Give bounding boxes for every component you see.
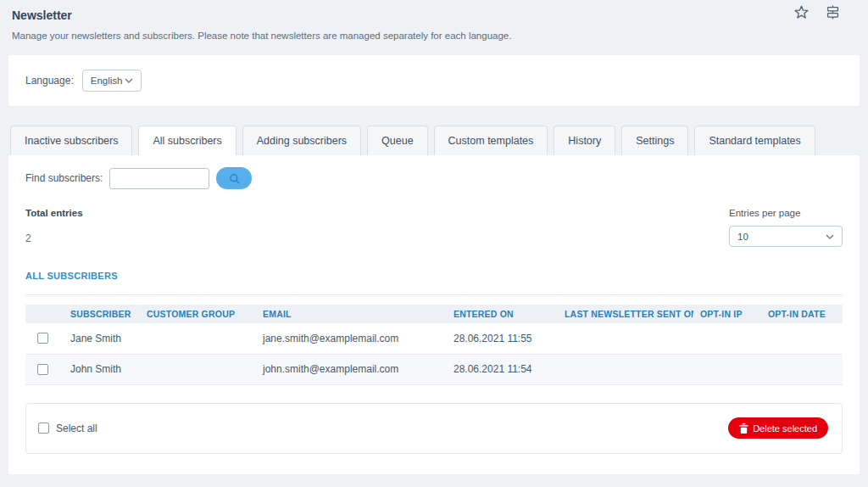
cell-email: john.smith@examplemail.com <box>256 354 447 384</box>
trash-icon <box>739 423 748 434</box>
column-header-last-newsletter-sent-on: LAST NEWSLETTER SENT ON <box>558 305 693 323</box>
column-header-entered-on: ENTERED ON <box>447 305 558 323</box>
cell-last-newsletter-sent-on <box>558 323 693 354</box>
tab-history[interactable]: History <box>554 126 615 155</box>
cell-last-newsletter-sent-on <box>558 354 693 384</box>
find-subscribers-row: Find subscribers: <box>25 167 843 189</box>
cell-subscriber: John Smith <box>64 354 140 384</box>
column-header-opt-in-ip: OPT-IN IP <box>693 305 761 323</box>
total-entries-value: 2 <box>25 232 83 244</box>
find-subscribers-label: Find subscribers: <box>25 172 103 184</box>
all-subscribers-panel: Find subscribers: Total entries 2 Entrie… <box>8 155 860 474</box>
column-header-customer-group: CUSTOMER GROUP <box>140 305 256 323</box>
column-header-email: EMAIL <box>256 305 447 323</box>
subscribers-table: SUBSCRIBER CUSTOMER GROUP EMAIL ENTERED … <box>25 305 843 385</box>
entries-per-page-label: Entries per page <box>729 208 843 218</box>
search-icon <box>228 172 241 185</box>
star-icon[interactable] <box>793 4 810 20</box>
search-button[interactable] <box>216 167 252 189</box>
cell-email: jane.smith@examplemail.com <box>256 323 447 354</box>
entries-per-page: Entries per page 10 <box>729 208 843 247</box>
tab-settings[interactable]: Settings <box>621 126 688 155</box>
select-all-checkbox[interactable] <box>38 423 49 434</box>
total-entries: Total entries 2 <box>25 208 83 244</box>
cell-customer-group <box>140 354 256 384</box>
tab-bar: Inactive subscribers All subscribers Add… <box>8 126 860 155</box>
entries-row: Total entries 2 Entries per page 10 <box>25 208 843 247</box>
table-row: Jane Smith jane.smith@examplemail.com 28… <box>25 323 843 354</box>
tab-all-subscribers[interactable]: All subscribers <box>138 126 236 155</box>
table-header-row: SUBSCRIBER CUSTOMER GROUP EMAIL ENTERED … <box>25 305 843 323</box>
tab-adding-subscribers[interactable]: Adding subscribers <box>242 126 361 155</box>
entries-per-page-value: 10 <box>737 232 748 242</box>
cell-opt-in-ip <box>693 354 761 384</box>
chevron-down-icon <box>826 234 834 239</box>
tab-standard-templates[interactable]: Standard templates <box>694 126 815 155</box>
cell-entered-on: 28.06.2021 11:55 <box>447 323 558 354</box>
bulk-action-box: Select all Delete selected <box>25 403 843 454</box>
row-checkbox[interactable] <box>37 364 48 375</box>
table-row: John Smith john.smith@examplemail.com 28… <box>25 354 843 384</box>
cell-entered-on: 28.06.2021 11:54 <box>447 354 558 384</box>
language-select[interactable]: English <box>82 70 142 92</box>
header-icons <box>793 4 841 20</box>
column-header-opt-in-date: OPT-IN DATE <box>761 305 843 323</box>
cell-customer-group <box>140 323 256 354</box>
cell-opt-in-date <box>761 323 843 354</box>
select-all-label: Select all <box>56 423 97 434</box>
delete-selected-label: Delete selected <box>753 423 817 434</box>
language-label: Language: <box>25 75 74 87</box>
cell-opt-in-date <box>761 354 843 384</box>
cell-opt-in-ip <box>693 323 761 354</box>
select-all[interactable]: Select all <box>38 423 97 434</box>
total-entries-label: Total entries <box>25 208 83 218</box>
language-card: Language: English <box>8 55 860 106</box>
page-title: Newsletter <box>12 8 856 22</box>
language-selected-value: English <box>91 76 123 86</box>
divider <box>25 294 843 295</box>
column-header-subscriber: SUBSCRIBER <box>64 305 140 323</box>
sliders-icon[interactable] <box>825 4 841 20</box>
tab-queue[interactable]: Queue <box>367 126 428 155</box>
section-title: ALL SUBSCRIBERS <box>25 271 843 281</box>
cell-subscriber: Jane Smith <box>64 323 140 354</box>
find-subscribers-input[interactable] <box>109 168 209 189</box>
chevron-down-icon <box>125 78 133 83</box>
entries-per-page-select[interactable]: 10 <box>729 226 843 247</box>
page-header: Newsletter Manage your newsletters and s… <box>8 0 860 41</box>
page-subtitle: Manage your newsletters and subscribers.… <box>12 31 856 41</box>
tab-custom-templates[interactable]: Custom templates <box>434 126 548 155</box>
newsletter-page: Newsletter Manage your newsletters and s… <box>0 0 868 474</box>
delete-selected-button[interactable]: Delete selected <box>728 417 828 439</box>
tab-inactive-subscribers[interactable]: Inactive subscribers <box>10 126 132 155</box>
header-checkbox-spacer <box>25 305 64 323</box>
row-checkbox[interactable] <box>37 333 48 344</box>
